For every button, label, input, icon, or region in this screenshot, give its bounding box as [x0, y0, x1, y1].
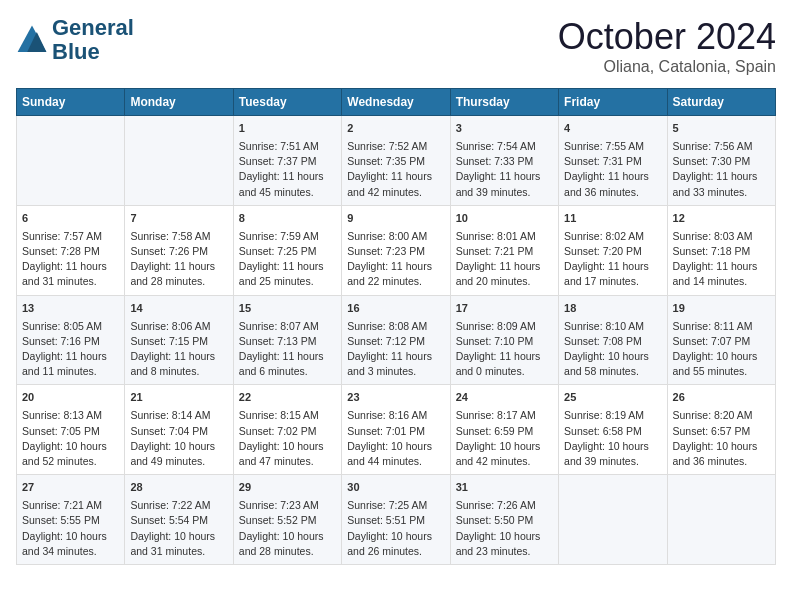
cell-w5-d1: 27Sunrise: 7:21 AMSunset: 5:55 PMDayligh…: [17, 475, 125, 565]
day-number: 26: [673, 390, 770, 406]
day-number: 20: [22, 390, 119, 406]
title-section: October 2024 Oliana, Catalonia, Spain: [558, 16, 776, 76]
header-row: Sunday Monday Tuesday Wednesday Thursday…: [17, 89, 776, 116]
col-monday: Monday: [125, 89, 233, 116]
day-number: 25: [564, 390, 661, 406]
day-number: 4: [564, 121, 661, 137]
day-info-line: Sunrise: 8:20 AM: [673, 408, 770, 423]
cell-w5-d7: [667, 475, 775, 565]
calendar-body: 1Sunrise: 7:51 AMSunset: 7:37 PMDaylight…: [17, 116, 776, 565]
day-info-line: Sunrise: 8:17 AM: [456, 408, 553, 423]
week-row-3: 13Sunrise: 8:05 AMSunset: 7:16 PMDayligh…: [17, 295, 776, 385]
day-info-line: Sunrise: 7:22 AM: [130, 498, 227, 513]
week-row-1: 1Sunrise: 7:51 AMSunset: 7:37 PMDaylight…: [17, 116, 776, 206]
day-info-line: Sunset: 7:21 PM: [456, 244, 553, 259]
day-info-line: and 47 minutes.: [239, 454, 336, 469]
day-number: 11: [564, 211, 661, 227]
day-info-line: Daylight: 11 hours: [239, 349, 336, 364]
day-info-line: Sunrise: 7:58 AM: [130, 229, 227, 244]
day-info-line: Sunset: 5:54 PM: [130, 513, 227, 528]
day-info-line: Daylight: 11 hours: [347, 169, 444, 184]
day-info-line: Sunrise: 7:52 AM: [347, 139, 444, 154]
day-info-line: Sunrise: 7:56 AM: [673, 139, 770, 154]
day-info-line: Daylight: 11 hours: [22, 349, 119, 364]
day-info-line: Daylight: 10 hours: [239, 439, 336, 454]
col-thursday: Thursday: [450, 89, 558, 116]
cell-w3-d7: 19Sunrise: 8:11 AMSunset: 7:07 PMDayligh…: [667, 295, 775, 385]
day-number: 13: [22, 301, 119, 317]
day-info-line: Sunset: 5:52 PM: [239, 513, 336, 528]
day-info-line: and 17 minutes.: [564, 274, 661, 289]
day-info-line: Daylight: 11 hours: [347, 259, 444, 274]
day-info-line: Sunset: 5:50 PM: [456, 513, 553, 528]
day-info-line: Sunrise: 8:07 AM: [239, 319, 336, 334]
cell-w2-d6: 11Sunrise: 8:02 AMSunset: 7:20 PMDayligh…: [559, 205, 667, 295]
day-info-line: Sunrise: 8:10 AM: [564, 319, 661, 334]
day-number: 28: [130, 480, 227, 496]
day-info-line: Daylight: 11 hours: [673, 169, 770, 184]
day-info-line: Sunset: 7:30 PM: [673, 154, 770, 169]
cell-w2-d7: 12Sunrise: 8:03 AMSunset: 7:18 PMDayligh…: [667, 205, 775, 295]
logo-line2: Blue: [52, 39, 100, 64]
day-info-line: Sunset: 7:10 PM: [456, 334, 553, 349]
logo-text: General Blue: [52, 16, 134, 64]
week-row-2: 6Sunrise: 7:57 AMSunset: 7:28 PMDaylight…: [17, 205, 776, 295]
day-info-line: Sunrise: 8:05 AM: [22, 319, 119, 334]
day-number: 5: [673, 121, 770, 137]
day-info-line: Sunset: 7:07 PM: [673, 334, 770, 349]
day-info-line: and 34 minutes.: [22, 544, 119, 559]
day-info-line: Sunset: 7:05 PM: [22, 424, 119, 439]
day-info-line: and 39 minutes.: [564, 454, 661, 469]
day-info-line: Daylight: 10 hours: [564, 439, 661, 454]
day-info-line: Sunset: 6:58 PM: [564, 424, 661, 439]
cell-w4-d7: 26Sunrise: 8:20 AMSunset: 6:57 PMDayligh…: [667, 385, 775, 475]
day-number: 7: [130, 211, 227, 227]
cell-w2-d2: 7Sunrise: 7:58 AMSunset: 7:26 PMDaylight…: [125, 205, 233, 295]
day-info-line: and 0 minutes.: [456, 364, 553, 379]
day-info-line: and 39 minutes.: [456, 185, 553, 200]
day-info-line: Sunset: 5:51 PM: [347, 513, 444, 528]
day-info-line: and 36 minutes.: [564, 185, 661, 200]
day-info-line: and 42 minutes.: [347, 185, 444, 200]
day-info-line: Daylight: 11 hours: [130, 259, 227, 274]
day-number: 23: [347, 390, 444, 406]
day-info-line: Daylight: 11 hours: [130, 349, 227, 364]
day-info-line: and 26 minutes.: [347, 544, 444, 559]
day-number: 3: [456, 121, 553, 137]
logo-icon: [16, 24, 48, 56]
day-info-line: Daylight: 11 hours: [456, 349, 553, 364]
day-info-line: Daylight: 10 hours: [673, 349, 770, 364]
day-info-line: Daylight: 11 hours: [673, 259, 770, 274]
cell-w1-d3: 1Sunrise: 7:51 AMSunset: 7:37 PMDaylight…: [233, 116, 341, 206]
cell-w5-d4: 30Sunrise: 7:25 AMSunset: 5:51 PMDayligh…: [342, 475, 450, 565]
day-info-line: Sunrise: 8:16 AM: [347, 408, 444, 423]
cell-w4-d6: 25Sunrise: 8:19 AMSunset: 6:58 PMDayligh…: [559, 385, 667, 475]
day-number: 14: [130, 301, 227, 317]
day-info-line: and 11 minutes.: [22, 364, 119, 379]
day-info-line: Sunset: 7:35 PM: [347, 154, 444, 169]
day-info-line: Sunrise: 8:03 AM: [673, 229, 770, 244]
day-info-line: Sunset: 7:04 PM: [130, 424, 227, 439]
cell-w3-d3: 15Sunrise: 8:07 AMSunset: 7:13 PMDayligh…: [233, 295, 341, 385]
day-info-line: and 33 minutes.: [673, 185, 770, 200]
logo: General Blue: [16, 16, 134, 64]
day-info-line: and 28 minutes.: [239, 544, 336, 559]
col-wednesday: Wednesday: [342, 89, 450, 116]
cell-w2-d5: 10Sunrise: 8:01 AMSunset: 7:21 PMDayligh…: [450, 205, 558, 295]
day-info-line: Daylight: 10 hours: [347, 529, 444, 544]
day-info-line: Sunset: 7:23 PM: [347, 244, 444, 259]
day-info-line: Daylight: 11 hours: [456, 169, 553, 184]
week-row-5: 27Sunrise: 7:21 AMSunset: 5:55 PMDayligh…: [17, 475, 776, 565]
day-info-line: Daylight: 11 hours: [239, 259, 336, 274]
day-info-line: Daylight: 11 hours: [347, 349, 444, 364]
day-info-line: and 45 minutes.: [239, 185, 336, 200]
day-info-line: Sunrise: 7:59 AM: [239, 229, 336, 244]
cell-w4-d4: 23Sunrise: 8:16 AMSunset: 7:01 PMDayligh…: [342, 385, 450, 475]
day-number: 16: [347, 301, 444, 317]
day-number: 24: [456, 390, 553, 406]
cell-w4-d2: 21Sunrise: 8:14 AMSunset: 7:04 PMDayligh…: [125, 385, 233, 475]
cell-w2-d3: 8Sunrise: 7:59 AMSunset: 7:25 PMDaylight…: [233, 205, 341, 295]
calendar-header: Sunday Monday Tuesday Wednesday Thursday…: [17, 89, 776, 116]
cell-w4-d3: 22Sunrise: 8:15 AMSunset: 7:02 PMDayligh…: [233, 385, 341, 475]
day-info-line: Sunrise: 7:25 AM: [347, 498, 444, 513]
